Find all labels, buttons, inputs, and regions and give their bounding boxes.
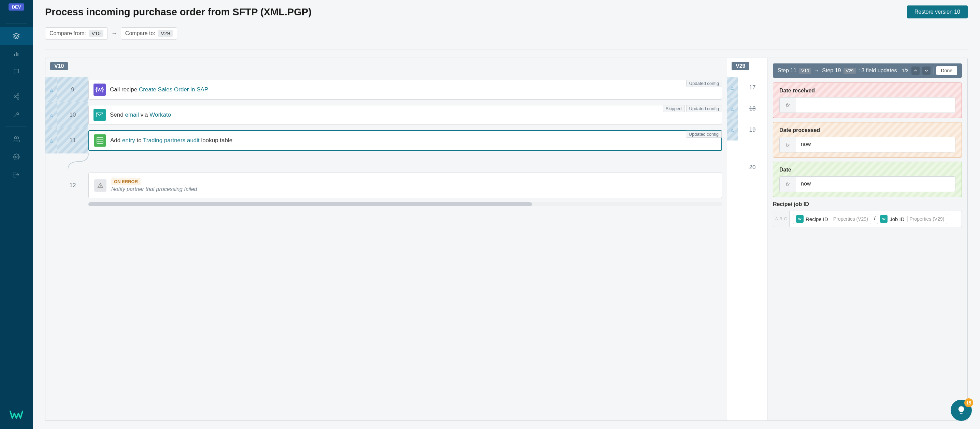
field-value[interactable]	[796, 97, 955, 113]
step-text: Send email via Workato	[110, 111, 171, 118]
diff-marker-icon: △	[730, 106, 733, 111]
on-error-text: ON ERROR Notify partner that processing …	[111, 178, 197, 192]
pill-separator: /	[874, 216, 875, 221]
inspector-step-right: Step 19	[822, 68, 841, 74]
pill-meta: Properties (V29)	[831, 216, 868, 222]
data-pill[interactable]: w Job ID Properties (V29)	[877, 214, 947, 224]
lightbulb-icon	[956, 405, 966, 415]
badge-updated: Updated config	[686, 130, 722, 138]
svg-rect-2	[18, 53, 18, 56]
prev-change-button[interactable]	[912, 67, 920, 75]
field-input[interactable]: fx now	[780, 137, 955, 153]
inspector-summary: : 3 field updates	[859, 68, 897, 74]
field-value[interactable]: now	[796, 176, 955, 192]
data-pill[interactable]: w Recipe ID Properties (V29)	[793, 214, 871, 224]
svg-rect-1	[16, 52, 17, 56]
connector-line	[68, 153, 102, 170]
help-button[interactable]: 15	[951, 400, 972, 421]
nav-settings[interactable]	[0, 148, 33, 166]
step-number: 17	[738, 77, 767, 98]
diff-marker-icon: △	[50, 113, 53, 117]
nav-tools[interactable]	[0, 105, 33, 123]
restore-button[interactable]: Restore version 10	[907, 5, 968, 18]
gear-icon	[13, 153, 20, 160]
formula-icon: fx	[780, 97, 796, 113]
diff-marker-icon: △	[730, 85, 733, 90]
step-number: 12	[57, 170, 88, 201]
diff-marker-icon: △	[50, 138, 53, 143]
layers-icon	[13, 33, 20, 40]
step-card-selected[interactable]: Add entry to Trading partners audit look…	[88, 130, 722, 151]
book-icon	[13, 68, 20, 75]
step-number: 19	[738, 119, 767, 140]
field-label: Recipe/ job ID	[773, 201, 962, 207]
compare-from-label: Compare from:	[49, 30, 86, 36]
nav-connections[interactable]	[0, 87, 33, 105]
wrench-icon	[13, 111, 20, 118]
share-icon	[13, 93, 20, 100]
step-card[interactable]: Send email via Workato SkippedUpdated co…	[88, 105, 722, 125]
on-error-card[interactable]: ON ERROR Notify partner that processing …	[88, 173, 722, 198]
env-badge: DEV	[8, 3, 25, 11]
next-change-button[interactable]	[922, 67, 931, 75]
mail-icon	[94, 109, 106, 121]
step-number: 10	[57, 102, 88, 127]
workato-pill-icon: w	[796, 215, 803, 223]
inspector-header: Step 11 V10 → Step 19 V29 : 3 field upda…	[773, 64, 962, 78]
inspector-step-left: Step 11	[778, 68, 796, 74]
inspector-ver-right: V29	[843, 68, 856, 74]
field-input[interactable]: A B C w Recipe ID Properties (V29) / w	[773, 211, 962, 227]
step-text: Add entry to Trading partners audit look…	[110, 137, 232, 144]
compare-to-version: V29	[158, 30, 173, 37]
field-label: Date	[780, 167, 955, 173]
field-value[interactable]: now	[796, 137, 955, 152]
compare-from-version: V10	[89, 30, 103, 37]
sidebar: DEV	[0, 0, 33, 429]
step-row[interactable]: △ 11 Add entry to Trading partners audit…	[45, 127, 727, 153]
svg-point-5	[18, 97, 19, 99]
inspector-ver-left: V10	[799, 68, 811, 74]
logout-icon	[13, 171, 20, 178]
nav-people[interactable]	[0, 130, 33, 148]
arrow-icon: →	[111, 30, 118, 37]
inspector-panel: Step 11 V10 → Step 19 V29 : 3 field upda…	[767, 58, 968, 421]
arrow-icon: →	[814, 68, 819, 74]
step-number: 9	[57, 77, 88, 102]
step-card[interactable]: {w} Call recipe Create Sales Order in SA…	[88, 80, 722, 100]
nav-library[interactable]	[0, 63, 33, 81]
formula-icon: fx	[780, 137, 796, 152]
chevron-up-icon	[913, 68, 918, 73]
step-number: 11	[57, 127, 88, 153]
inspector-counter: 1/3	[902, 68, 908, 73]
svg-point-6	[14, 137, 17, 139]
step-row[interactable]: △ 10 Send email via Workato SkippedUpdat…	[45, 102, 727, 127]
diff-marker-icon: △	[50, 87, 53, 92]
workato-logo-icon	[9, 410, 24, 419]
nav-dashboard[interactable]	[0, 45, 33, 63]
nav-recipes[interactable]	[0, 27, 33, 45]
step-text: Call recipe Create Sales Order in SAP	[110, 86, 208, 93]
horizontal-scrollbar[interactable]	[88, 202, 722, 206]
compare-to[interactable]: Compare to: V29	[121, 27, 177, 40]
svg-rect-0	[14, 54, 15, 56]
field-recipe-job: Recipe/ job ID A B C w Recipe ID Propert…	[773, 201, 962, 227]
formula-icon: fx	[780, 176, 796, 192]
pill-name: Job ID	[889, 216, 904, 222]
app-logo	[9, 410, 24, 421]
step-row-error[interactable]: 12 ON ERROR Notify partner that processi…	[45, 170, 727, 201]
field-changed: Date processed fx now	[773, 122, 962, 157]
compare-from[interactable]: Compare from: V10	[45, 27, 108, 40]
pill-meta: Properties (V29)	[907, 216, 945, 222]
field-label: Date processed	[780, 127, 955, 133]
nav-logout[interactable]	[0, 166, 33, 183]
recipe-icon: {w}	[94, 84, 106, 96]
diff-left-column: V10 △ 9 {w} Call recipe Create Sales Ord…	[45, 58, 727, 421]
svg-rect-8	[96, 113, 103, 117]
step-row[interactable]: △ 9 {w} Call recipe Create Sales Order i…	[45, 77, 727, 102]
workato-pill-icon: w	[880, 215, 888, 223]
done-button[interactable]: Done	[936, 66, 957, 75]
table-icon	[94, 134, 106, 147]
field-input[interactable]: fx	[780, 97, 955, 113]
field-input[interactable]: fx now	[780, 176, 955, 192]
help-badge-count: 15	[964, 398, 973, 407]
